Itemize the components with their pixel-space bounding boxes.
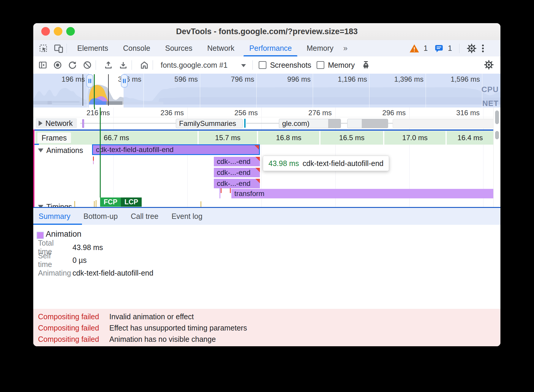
long-task-corner-icon (255, 168, 260, 172)
reload-record-button[interactable] (67, 60, 78, 70)
summary-row: Self time 0 µs (38, 255, 87, 265)
transform-bar[interactable]: transform (231, 189, 494, 198)
tab-network[interactable]: Network (200, 40, 242, 56)
clear-button[interactable] (82, 60, 93, 70)
divider (459, 44, 459, 53)
issues-icon[interactable] (434, 44, 444, 53)
animation-bar[interactable]: cdk-...-end (214, 179, 260, 188)
overview-tick: 1,396 ms (385, 75, 424, 83)
kebab-menu-icon[interactable] (481, 43, 485, 53)
fcp-badge[interactable]: FCP (100, 197, 121, 207)
network-request[interactable] (347, 119, 388, 128)
animation-bar[interactable]: cdk-...-end (214, 157, 260, 166)
tab-event-log[interactable]: Event log (165, 212, 209, 221)
divider (132, 60, 132, 70)
home-icon[interactable] (139, 60, 150, 70)
animation-bar[interactable]: cdk-...-end (214, 168, 260, 177)
compositing-warning-row: Compositing failed Effect has unsupporte… (38, 322, 247, 333)
timeline-overview[interactable]: 196 ms 396 ms 596 ms 796 ms 996 ms 1,196… (33, 74, 500, 108)
tab-label: Performance (249, 44, 292, 53)
ruler-tick: 236 ms (148, 109, 184, 117)
frame-cell[interactable]: 15.7 ms (199, 131, 257, 145)
tab-performance[interactable]: Performance (242, 40, 299, 56)
record-button[interactable] (52, 60, 63, 70)
network-request-tick[interactable] (82, 119, 84, 128)
screenshots-checkbox[interactable] (259, 61, 266, 69)
capture-settings-gear-icon[interactable] (484, 60, 494, 70)
row-value: 0 µs (72, 256, 87, 265)
network-request[interactable] (393, 119, 499, 128)
compositing-warning-row: Compositing failed Invalid animation or … (38, 311, 194, 322)
flame-chart[interactable]: 216 ms 236 ms 256 ms 276 ms 296 ms 316 m… (33, 108, 500, 207)
tab-call-tree[interactable]: Call tree (124, 212, 165, 221)
track-label: Network (45, 119, 73, 128)
upload-profile-icon[interactable] (103, 60, 114, 70)
frame-cell[interactable]: 17.0 ms (384, 131, 445, 145)
frame-cell[interactable]: 16.4 ms (447, 131, 494, 145)
frame-duration: 16.5 ms (339, 134, 364, 142)
cpu-label: CPU (481, 85, 499, 94)
collect-garbage-icon[interactable] (361, 60, 371, 70)
warning-icon[interactable] (409, 44, 419, 53)
scrollbar-track[interactable] (493, 108, 500, 207)
scrollbar-thumb[interactable] (495, 110, 499, 124)
divider (96, 60, 96, 70)
request-solid-bar (362, 119, 388, 128)
network-track-label[interactable]: Network (36, 118, 77, 128)
divider (153, 60, 153, 70)
settings-gear-icon[interactable] (467, 43, 477, 53)
network-request[interactable]: gle.com) (279, 119, 341, 128)
frame-duration: 16.4 ms (457, 134, 483, 142)
download-profile-icon[interactable] (118, 60, 129, 70)
ruler-tick: 316 ms (444, 109, 480, 117)
tab-elements[interactable]: Elements (70, 40, 116, 56)
row-value: 43.98 ms (72, 243, 103, 252)
selection-handle-left[interactable] (86, 74, 93, 88)
tab-console[interactable]: Console (116, 40, 158, 56)
divider (252, 60, 253, 70)
tab-summary[interactable]: Summary (33, 212, 77, 221)
frames-track[interactable]: 66.7 ms 15.7 ms 16.8 ms 16.5 ms 17.0 ms … (35, 131, 494, 145)
timings-track-label[interactable]: Timings (38, 203, 72, 207)
track-label: Timings (46, 203, 72, 207)
devtools-window: DevTools - fonts.google.com/?preview.siz… (33, 23, 500, 346)
animation-bar-label: cdk-...-end (217, 168, 250, 177)
inspect-icon[interactable] (38, 43, 48, 53)
overview-tick: 1,196 ms (328, 75, 367, 83)
summary-heading: Animation (46, 230, 81, 239)
tab-memory[interactable]: Memory (299, 40, 341, 56)
warning-message: Animation has no visible change (109, 335, 216, 344)
lcp-badge[interactable]: LCP (121, 197, 142, 207)
timing-tick (74, 201, 75, 207)
track-label: Animations (46, 146, 83, 155)
tab-bottom-up[interactable]: Bottom-up (77, 212, 124, 221)
toggle-sidebar-icon[interactable] (37, 60, 48, 70)
animations-track-label[interactable]: Animations (38, 146, 83, 155)
summary-pane: Animation Total time 43.98 ms Self time … (33, 225, 500, 346)
load-marker-line (33, 129, 34, 207)
warning-message: Invalid animation or effect (109, 312, 194, 321)
more-tabs-icon[interactable]: » (341, 44, 349, 53)
frame-cell[interactable]: 16.8 ms (258, 131, 319, 145)
network-request[interactable]: FamilySummaries (176, 119, 243, 128)
ruler-tick: 256 ms (222, 109, 258, 117)
memory-checkbox[interactable] (317, 61, 324, 69)
device-toolbar-icon[interactable] (53, 43, 64, 53)
warning-count: 1 (424, 44, 428, 53)
history-select[interactable]: fonts.google.com #1 (161, 61, 227, 69)
selection-handle-right[interactable] (121, 74, 128, 88)
overview-fcp-line (94, 74, 95, 109)
tab-sources[interactable]: Sources (158, 40, 200, 56)
frame-duration: 15.7 ms (215, 134, 240, 142)
row-label: Animating (38, 269, 67, 277)
chevron-down-icon[interactable] (241, 64, 246, 67)
overview-tick: 1,596 ms (441, 75, 480, 83)
long-task-corner-icon (255, 179, 260, 183)
summary-row: Animating cdk-text-field-autofill-end (38, 268, 153, 278)
frame-cell[interactable]: 16.5 ms (320, 131, 383, 145)
scrollbar-thumb[interactable] (495, 131, 499, 139)
animation-bar-selected[interactable]: cdk-text-field-autofill-end (92, 144, 260, 155)
disclosure-triangle-icon (39, 121, 42, 126)
long-task-corner-icon (255, 145, 259, 150)
memory-label: Memory (328, 61, 355, 69)
